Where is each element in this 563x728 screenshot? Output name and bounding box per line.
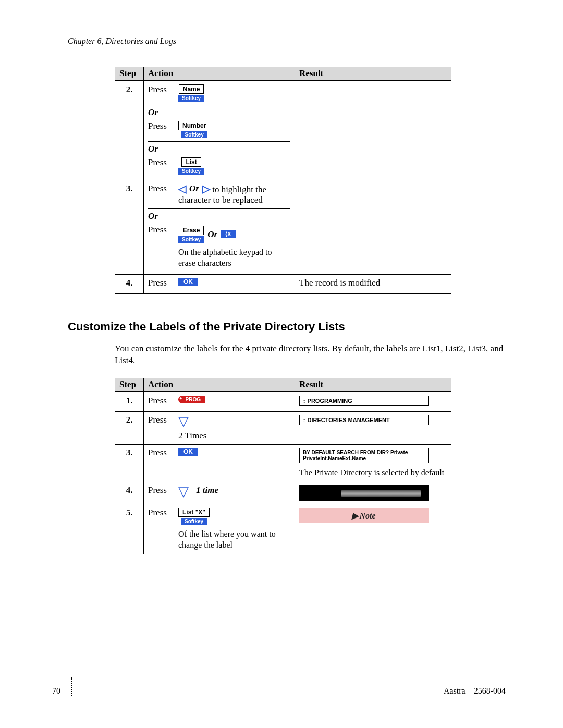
press-label: Press <box>148 508 171 518</box>
result-cell <box>295 81 451 180</box>
step-number: 3. <box>115 445 144 482</box>
screen-line2: PrivateInt.NameExt.Name <box>303 455 425 461</box>
press-label: Press <box>148 448 171 458</box>
screen-text: PROGRAMMING <box>308 398 352 404</box>
press-label: Press <box>148 157 171 168</box>
action-cell: Press ▽ 1 time <box>144 482 295 504</box>
section-title: Customize the Labels of the Private Dire… <box>68 320 506 334</box>
prog-label: PROG <box>186 397 201 402</box>
softkey-tag-icon: Softkey <box>178 168 204 175</box>
screen-programming: ↕ PROGRAMMING <box>299 396 429 406</box>
step-number: 3. <box>115 180 144 275</box>
result-cell: ▶Note <box>295 504 451 554</box>
erase-button-icon: Erase <box>179 226 204 235</box>
procedure-table-1: Step Action Result 2. Press Name Softkey… <box>115 67 451 294</box>
th-action: Action <box>144 378 295 392</box>
th-step: Step <box>115 67 144 81</box>
action-cell: Press ▽ 2 Times <box>144 412 295 445</box>
action-cell: Press Name Softkey Or Press Number Softk… <box>144 81 295 180</box>
result-cell: BY DEFAULT SEARCH FROM DIR? Private Priv… <box>295 445 451 482</box>
softkey-tag-icon: Softkey <box>178 236 204 243</box>
action-cell: Press PROG <box>144 392 295 412</box>
ok-button-icon: OK <box>178 448 198 456</box>
one-time-text: 1 time <box>196 485 218 496</box>
press-label: Press <box>148 225 171 235</box>
name-button-icon: Name <box>179 84 204 94</box>
screen-line1: BY DEFAULT SEARCH FROM DIR? Private <box>303 450 425 455</box>
number-button-icon: Number <box>178 121 210 130</box>
erase-softkey: Erase Softkey <box>178 226 204 243</box>
of-list-text: Of the list where you want to change the… <box>178 529 290 551</box>
result-cell: ↕ DIRECTORIES MANAGEMENT <box>295 412 451 445</box>
or-separator: Or <box>148 141 290 154</box>
step-number: 1. <box>115 392 144 412</box>
th-result: Result <box>295 378 451 392</box>
press-label: Press <box>148 485 171 496</box>
step-number: 5. <box>115 504 144 554</box>
softkey-tag-icon: Softkey <box>178 95 204 102</box>
doc-reference: Aastra – 2568-004 <box>444 686 506 696</box>
result-cell <box>295 482 451 504</box>
arrow-down-icon: ▽ <box>178 415 189 428</box>
times-text: 2 Times <box>178 430 290 441</box>
softkey-tag-icon: Softkey <box>181 518 207 525</box>
th-action: Action <box>144 67 295 81</box>
listx-softkey: List "X" Softkey <box>178 508 210 525</box>
chapter-header: Chapter 6, Directories and Logs <box>68 36 506 46</box>
step-number: 4. <box>115 274 144 293</box>
result-cell: ↕ PROGRAMMING <box>295 392 451 412</box>
note-label: Note <box>359 511 375 520</box>
screen-note-box: ▶Note <box>299 508 429 523</box>
action-cell: Press OK <box>144 274 295 293</box>
th-result: Result <box>295 67 451 81</box>
screen-directories: ↕ DIRECTORIES MANAGEMENT <box>299 415 429 425</box>
list-softkey: List Softkey <box>178 157 204 175</box>
arrow-left-icon: ◁ <box>178 183 186 194</box>
section-body: You can customize the labels for the 4 p… <box>115 343 506 367</box>
press-label: Press <box>148 183 171 194</box>
procedure-table-2: Step Action Result 1. Press PROG ↕ PROGR… <box>115 378 451 554</box>
softkey-tag-icon: Softkey <box>181 131 207 138</box>
action-cell: Press List "X" Softkey Of the list where… <box>144 504 295 554</box>
action-cell: Press OK <box>144 445 295 482</box>
press-label: Press <box>148 278 171 288</box>
page-number: 70 <box>52 686 60 695</box>
press-label: Press <box>148 121 171 131</box>
prog-button-icon: PROG <box>178 396 205 403</box>
screen-text: DIRECTORIES MANAGEMENT <box>308 417 390 423</box>
inline-or: Or <box>189 183 199 194</box>
erase-text: On the alphabetic keypad to erase charac… <box>178 247 290 269</box>
result-cell <box>295 180 451 275</box>
action-cell: Press ◁ Or ▷ to highlight the character … <box>144 180 295 275</box>
step-number: 2. <box>115 412 144 445</box>
listx-button-icon: List "X" <box>178 508 210 517</box>
page-number-dots-icon <box>71 677 72 696</box>
number-softkey: Number Softkey <box>178 121 210 138</box>
inline-or: Or <box>207 229 217 240</box>
result-text: The Private Directory is selected by def… <box>299 467 447 478</box>
ok-button-icon: OK <box>178 278 198 286</box>
press-label: Press <box>148 84 171 95</box>
press-label: Press <box>148 396 171 406</box>
press-label: Press <box>148 415 171 425</box>
result-cell: The record is modified <box>295 274 451 293</box>
step-number: 4. <box>115 482 144 504</box>
or-separator: Or <box>148 105 290 118</box>
backspace-icon: ⟨X <box>221 230 236 238</box>
or-separator: Or <box>148 208 290 221</box>
arrow-down-icon: ▽ <box>178 485 189 499</box>
screen-default-search: BY DEFAULT SEARCH FROM DIR? Private Priv… <box>299 448 429 463</box>
arrow-right-icon: ▷ <box>202 183 210 194</box>
list-button-icon: List <box>181 157 201 167</box>
screen-dark-bar <box>299 485 429 501</box>
th-step: Step <box>115 378 144 392</box>
backspace-label: X <box>227 231 231 237</box>
step-number: 2. <box>115 81 144 180</box>
name-softkey: Name Softkey <box>178 84 204 102</box>
